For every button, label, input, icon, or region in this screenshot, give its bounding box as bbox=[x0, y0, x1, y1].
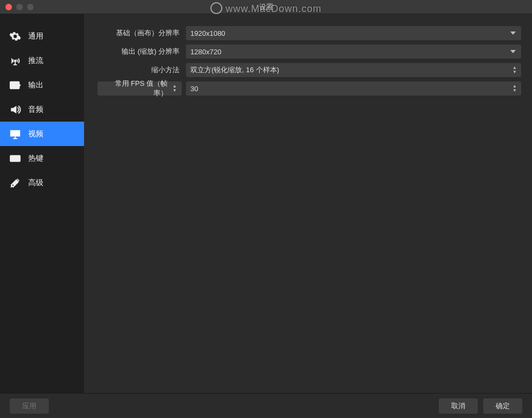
fps-type-selector[interactable]: 常用 FPS 值（帧率） ▲▼ bbox=[98, 81, 182, 96]
sidebar-item-label: 视频 bbox=[28, 129, 43, 139]
gear-icon bbox=[8, 30, 23, 42]
sidebar-item-label: 音频 bbox=[28, 105, 43, 115]
sidebar-item-label: 推流 bbox=[28, 56, 43, 66]
monitor-icon bbox=[8, 128, 23, 140]
sidebar-item-label: 高级 bbox=[28, 178, 43, 188]
combo-value: 1920x1080 bbox=[190, 29, 225, 37]
antenna-icon bbox=[8, 55, 23, 67]
sidebar-item-general[interactable]: 通用 bbox=[0, 24, 84, 48]
fps-value-combo[interactable]: 30 ▲▼ bbox=[186, 81, 521, 96]
output-icon bbox=[8, 79, 23, 91]
label-base-resolution: 基础（画布）分辨率 bbox=[89, 28, 182, 38]
sidebar: 通用 推流 输出 音频 视频 bbox=[0, 14, 84, 393]
updown-icon: ▲▼ bbox=[171, 84, 178, 93]
row-base-resolution: 基础（画布）分辨率 1920x1080 bbox=[89, 26, 521, 40]
tools-icon bbox=[8, 177, 23, 189]
row-fps: 常用 FPS 值（帧率） ▲▼ 30 ▲▼ bbox=[89, 81, 521, 96]
svg-rect-2 bbox=[10, 130, 20, 136]
output-resolution-combo[interactable]: 1280x720 bbox=[186, 45, 521, 59]
window-controls bbox=[5, 4, 34, 10]
footer: 应用 取消 确定 bbox=[0, 393, 532, 418]
sidebar-item-label: 通用 bbox=[28, 31, 43, 41]
keyboard-icon bbox=[8, 153, 23, 164]
window-title: 设置 bbox=[0, 2, 532, 12]
speaker-icon bbox=[8, 104, 23, 116]
label-output-resolution: 输出 (缩放) 分辨率 bbox=[89, 47, 182, 56]
downscale-filter-combo[interactable]: 双立方(锐化缩放, 16 个样本) ▲▼ bbox=[186, 63, 521, 77]
chevron-down-icon bbox=[508, 26, 518, 40]
updown-icon: ▲▼ bbox=[510, 63, 519, 77]
sidebar-item-output[interactable]: 输出 bbox=[0, 73, 84, 97]
label-fps: 常用 FPS 值（帧率） bbox=[101, 79, 168, 98]
sidebar-item-hotkeys[interactable]: 热键 bbox=[0, 146, 84, 170]
sidebar-item-video[interactable]: 视频 bbox=[0, 122, 84, 146]
minimize-icon[interactable] bbox=[16, 4, 23, 10]
sidebar-item-stream[interactable]: 推流 bbox=[0, 48, 84, 73]
sidebar-item-label: 热键 bbox=[28, 154, 43, 163]
zoom-icon[interactable] bbox=[27, 4, 34, 10]
close-icon[interactable] bbox=[5, 4, 12, 10]
base-resolution-combo[interactable]: 1920x1080 bbox=[186, 26, 521, 40]
main-panel: 基础（画布）分辨率 1920x1080 输出 (缩放) 分辨率 1280x720… bbox=[84, 14, 532, 393]
combo-value: 双立方(锐化缩放, 16 个样本) bbox=[190, 65, 279, 75]
sidebar-item-advanced[interactable]: 高级 bbox=[0, 170, 84, 195]
combo-value: 30 bbox=[190, 85, 198, 93]
updown-icon: ▲▼ bbox=[510, 81, 519, 96]
chevron-down-icon bbox=[508, 45, 518, 59]
label-downscale-filter: 缩小方法 bbox=[89, 65, 182, 75]
ok-button[interactable]: 确定 bbox=[483, 398, 522, 414]
combo-value: 1280x720 bbox=[190, 48, 221, 56]
titlebar: 设置 bbox=[0, 0, 532, 14]
sidebar-item-audio[interactable]: 音频 bbox=[0, 97, 84, 122]
row-downscale-filter: 缩小方法 双立方(锐化缩放, 16 个样本) ▲▼ bbox=[89, 63, 521, 77]
apply-button[interactable]: 应用 bbox=[10, 398, 49, 414]
row-output-resolution: 输出 (缩放) 分辨率 1280x720 bbox=[89, 45, 521, 59]
sidebar-item-label: 输出 bbox=[28, 80, 43, 90]
cancel-button[interactable]: 取消 bbox=[439, 398, 478, 414]
